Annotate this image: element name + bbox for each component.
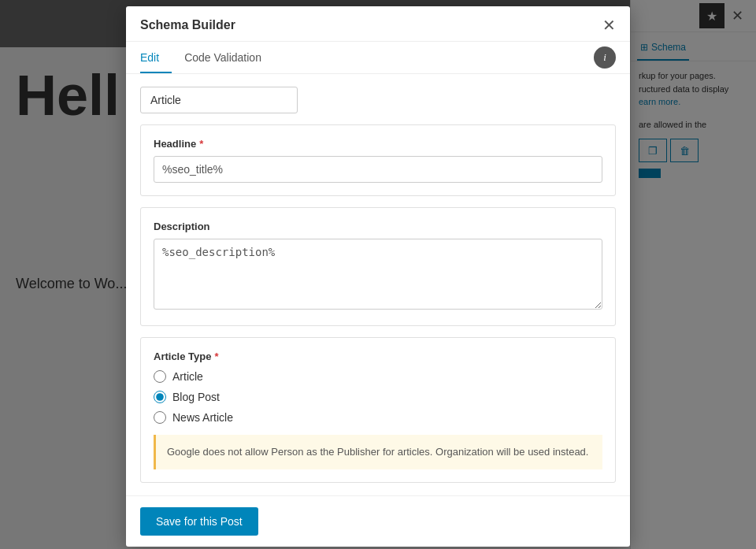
headline-label: Headline * bbox=[154, 138, 602, 150]
tab-code-validation-label: Code Validation bbox=[184, 51, 261, 64]
headline-input[interactable] bbox=[154, 156, 602, 183]
headline-required-star: * bbox=[199, 138, 203, 150]
article-type-required-star: * bbox=[214, 351, 218, 362]
modal-title: Schema Builder bbox=[140, 18, 235, 32]
modal-close-icon: ✕ bbox=[602, 17, 616, 34]
radio-article[interactable]: Article bbox=[154, 370, 602, 383]
tab-code-validation[interactable]: Code Validation bbox=[184, 42, 274, 73]
radio-news-article-label: News Article bbox=[172, 411, 233, 424]
tab-edit[interactable]: Edit bbox=[140, 42, 172, 73]
radio-blog-post-input[interactable] bbox=[154, 391, 166, 403]
radio-article-label: Article bbox=[172, 370, 203, 383]
description-field-group: Description %seo_description% bbox=[140, 207, 616, 326]
modal-tabs-left: Edit Code Validation bbox=[140, 42, 287, 73]
modal-footer: Save for this Post bbox=[126, 495, 630, 547]
warning-box: Google does not allow Person as the Publ… bbox=[154, 435, 602, 469]
radio-article-input[interactable] bbox=[154, 370, 166, 383]
radio-news-article-input[interactable] bbox=[154, 411, 166, 424]
save-button-label: Save for this Post bbox=[156, 515, 243, 528]
radio-news-article[interactable]: News Article bbox=[154, 411, 602, 424]
info-button[interactable]: i bbox=[594, 46, 616, 69]
headline-field-group: Headline * bbox=[140, 124, 616, 196]
save-for-post-button[interactable]: Save for this Post bbox=[140, 507, 258, 536]
description-label: Description bbox=[154, 221, 602, 232]
info-icon: i bbox=[603, 51, 606, 64]
modal-body: Headline * Description %seo_description%… bbox=[126, 74, 630, 495]
warning-text: Google does not allow Person as the Publ… bbox=[167, 446, 588, 458]
tab-edit-label: Edit bbox=[140, 51, 159, 64]
modal-close-button[interactable]: ✕ bbox=[602, 17, 616, 33]
description-textarea[interactable]: %seo_description% bbox=[154, 239, 602, 310]
schema-builder-modal: Schema Builder ✕ Edit Code Validation i … bbox=[126, 6, 630, 547]
article-type-input[interactable] bbox=[140, 87, 298, 113]
radio-blog-post[interactable]: Blog Post bbox=[154, 391, 602, 403]
modal-header: Schema Builder ✕ bbox=[126, 6, 630, 42]
article-type-section: Article Type * Article Blog Post News Ar… bbox=[140, 337, 616, 483]
article-type-label: Article Type * bbox=[154, 351, 602, 362]
modal-tabs: Edit Code Validation i bbox=[126, 42, 630, 74]
radio-blog-post-label: Blog Post bbox=[172, 391, 220, 403]
article-type-radio-group: Article Blog Post News Article bbox=[154, 370, 602, 424]
